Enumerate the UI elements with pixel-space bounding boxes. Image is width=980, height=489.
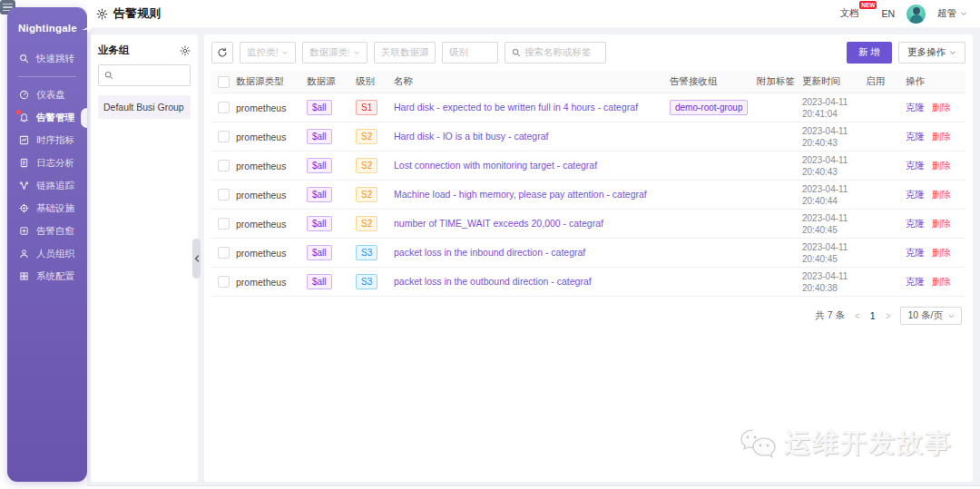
- pagination: 共 7 条 < 1 > 10 条/页: [211, 297, 965, 335]
- filter-severity[interactable]: 级别: [442, 42, 498, 64]
- clone-link[interactable]: 克隆: [906, 160, 925, 172]
- severity-badge: S2: [356, 216, 377, 231]
- sidebar-item-label: 系统配置: [36, 270, 74, 283]
- delete-link[interactable]: 删除: [932, 247, 951, 259]
- page-size-select[interactable]: 10 条/页: [900, 307, 962, 325]
- row-checkbox[interactable]: [218, 131, 230, 142]
- filter-monitor-type[interactable]: 监控类型: [240, 42, 296, 64]
- business-group-search-input[interactable]: [98, 64, 191, 86]
- column-header: 更新时间: [802, 75, 866, 88]
- sidebar-item-alert-management[interactable]: 告警管理: [7, 107, 87, 129]
- new-badge: NEW: [859, 1, 877, 9]
- select-all-checkbox[interactable]: [218, 76, 230, 88]
- clone-link[interactable]: 克隆: [906, 247, 925, 259]
- rule-name-link[interactable]: packet loss in the outbound direction - …: [394, 276, 670, 289]
- filter-search[interactable]: 搜索名称或标签: [505, 42, 606, 64]
- clone-link[interactable]: 克隆: [906, 189, 925, 201]
- business-group-item[interactable]: Default Busi Group: [98, 95, 191, 119]
- sidebar: Nightingale 快速跳转仪表盘告警管理时序指标日志分析链路追踪基础设施告…: [7, 7, 87, 482]
- sidebar-item-tracing[interactable]: 链路追踪: [7, 175, 87, 197]
- next-page-button[interactable]: >: [886, 311, 891, 321]
- filter-placeholder: 级别: [449, 46, 491, 59]
- sidebar-item-label: 告警管理: [36, 112, 74, 124]
- sidebar-item-alert-selfheal[interactable]: 告警自愈: [7, 220, 87, 242]
- severity-badge: S3: [356, 274, 377, 289]
- more-actions-button[interactable]: 更多操作: [898, 42, 965, 64]
- row-checkbox[interactable]: [218, 247, 230, 259]
- table-row: prometheus$allS2number of TIME_WAIT exce…: [211, 210, 965, 239]
- rule-name-link[interactable]: number of TIME_WAIT exceeds 20,000 - cat…: [394, 218, 670, 230]
- target-icon: [19, 203, 30, 214]
- rule-name-link[interactable]: packet loss in the inbound direction - c…: [394, 247, 670, 259]
- delete-link[interactable]: 删除: [932, 276, 951, 289]
- clone-link[interactable]: 克隆: [906, 131, 925, 143]
- row-checkbox[interactable]: [218, 189, 230, 200]
- sidebar-item-dashboard[interactable]: 仪表盘: [7, 84, 87, 106]
- datasource-type-cell: prometheus: [236, 190, 307, 200]
- datasource-badge: $all: [307, 216, 332, 231]
- table-row: prometheus$allS2Machine load - high memo…: [211, 181, 965, 210]
- delete-link[interactable]: 删除: [932, 218, 951, 230]
- sidebar-item-system-config[interactable]: 系统配置: [7, 266, 87, 288]
- sidebar-item-log-analysis[interactable]: 日志分析: [7, 152, 87, 174]
- clone-link[interactable]: 克隆: [906, 218, 925, 230]
- page-title-wrap: 告警规则: [96, 5, 161, 22]
- business-group-gear-icon[interactable]: [180, 45, 191, 56]
- row-checkbox[interactable]: [218, 276, 230, 288]
- column-header: 数据源类型: [236, 75, 307, 88]
- rule-name-link[interactable]: Hard disk - IO is a bit busy - categraf: [394, 131, 670, 143]
- user-menu[interactable]: 超管: [937, 7, 967, 20]
- filter-datasource[interactable]: 关联数据源: [374, 42, 436, 64]
- column-header: 启用: [866, 75, 906, 88]
- app-logo[interactable]: Nightingale: [7, 7, 87, 43]
- sidebar-item-organization[interactable]: 人员组织: [7, 243, 87, 265]
- page-title: 告警规则: [113, 5, 161, 22]
- prev-page-button[interactable]: <: [855, 311, 860, 321]
- panel-collapse-handle[interactable]: [192, 239, 201, 279]
- datasource-type-cell: prometheus: [236, 248, 307, 259]
- heal-icon: [19, 226, 30, 237]
- column-header: 告警接收组: [670, 75, 757, 88]
- datasource-badge: $all: [307, 158, 332, 173]
- refresh-button[interactable]: [211, 42, 233, 64]
- datasource-badge: $all: [307, 245, 332, 260]
- docs-link[interactable]: 文档 NEW: [839, 7, 858, 20]
- row-checkbox[interactable]: [218, 102, 230, 113]
- update-time-cell: 2023-04-1120:40:38: [802, 270, 866, 294]
- sidebar-item-label: 链路追踪: [36, 180, 74, 192]
- rule-name-link[interactable]: Hard disk - expected to be written full …: [394, 102, 670, 114]
- delete-link[interactable]: 删除: [932, 131, 951, 143]
- delete-link[interactable]: 删除: [932, 189, 951, 201]
- rule-name-link[interactable]: Machine load - high memory, please pay a…: [394, 189, 670, 201]
- toolbar: 监控类型数据源类型关联数据源级别搜索名称或标签 新 增 更多操作: [211, 42, 965, 64]
- clone-link[interactable]: 克隆: [906, 276, 925, 289]
- sidebar-item-label: 日志分析: [36, 157, 74, 170]
- sidebar-item-metrics[interactable]: 时序指标: [7, 130, 87, 152]
- table-row: prometheus$allS2Lost connection with mon…: [211, 152, 965, 181]
- filter-datasource-type[interactable]: 数据源类型: [302, 42, 368, 64]
- delete-link[interactable]: 删除: [932, 160, 951, 172]
- clone-link[interactable]: 克隆: [906, 102, 925, 114]
- filter-placeholder: 监控类型: [247, 46, 278, 59]
- rule-name-link[interactable]: Lost connection with monitoring target -…: [394, 160, 670, 172]
- header-actions: 文档 NEW EN 超管: [839, 5, 967, 24]
- add-button[interactable]: 新 增: [847, 42, 892, 64]
- doc-icon: [19, 158, 30, 169]
- sidebar-item-quick-jump[interactable]: 快速跳转: [7, 48, 87, 70]
- chevron-down-icon: [353, 49, 360, 56]
- datasource-type-cell: prometheus: [236, 219, 307, 230]
- user-name: 超管: [937, 7, 956, 20]
- table-row: prometheus$allS2Hard disk - IO is a bit …: [211, 122, 965, 152]
- sidebar-divider: [18, 76, 76, 77]
- current-page[interactable]: 1: [870, 310, 876, 321]
- sidebar-item-infrastructure[interactable]: 基础设施: [7, 198, 87, 220]
- avatar[interactable]: [906, 5, 926, 24]
- row-checkbox[interactable]: [218, 160, 230, 171]
- search-icon: [512, 48, 521, 57]
- datasource-badge: $all: [307, 187, 332, 202]
- row-checkbox[interactable]: [218, 218, 230, 230]
- delete-link[interactable]: 删除: [932, 102, 951, 114]
- sidebar-menu: 快速跳转仪表盘告警管理时序指标日志分析链路追踪基础设施告警自愈人员组织系统配置: [7, 48, 87, 288]
- language-switch[interactable]: EN: [881, 8, 895, 19]
- app-header: 告警规则 文档 NEW EN 超管: [87, 0, 980, 27]
